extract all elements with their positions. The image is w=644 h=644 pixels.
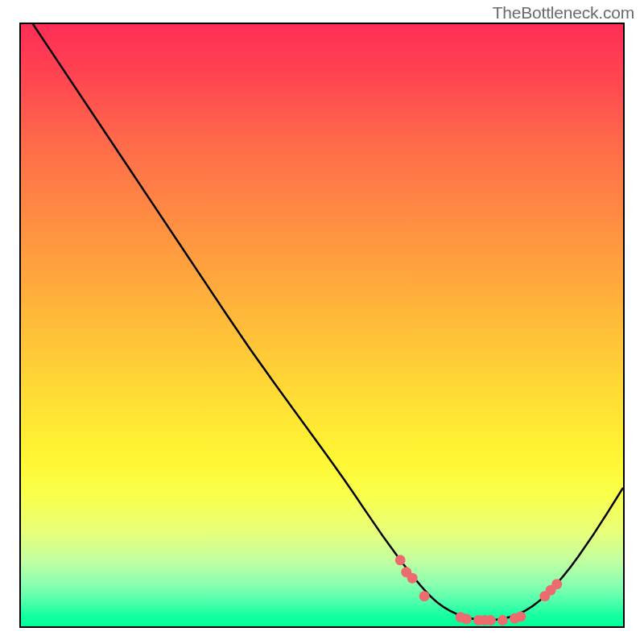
- watermark-text: TheBottleneck.com: [493, 3, 634, 23]
- marker-dot: [407, 573, 418, 584]
- chart-plot-area: [19, 23, 625, 628]
- optimal-range-dots: [395, 555, 562, 625]
- marker-dot: [497, 615, 508, 625]
- marker-dot: [461, 614, 472, 625]
- marker-dot: [515, 612, 526, 622]
- marker-dot: [485, 615, 496, 625]
- marker-dot: [395, 555, 406, 565]
- marker-dot: [419, 591, 430, 601]
- marker-dot: [551, 579, 562, 589]
- chart-svg: [21, 24, 623, 626]
- curve-path: [33, 24, 623, 621]
- bottleneck-curve-line: [33, 24, 623, 621]
